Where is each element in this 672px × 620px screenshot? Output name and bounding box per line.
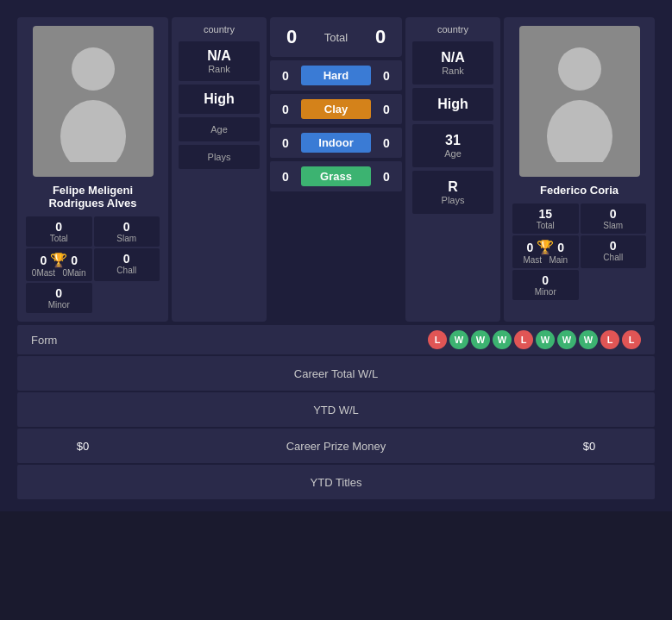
right-plays-label: Plays [442, 195, 465, 205]
left-mast-value: 0 [40, 254, 47, 267]
form-badges: L W W W L W W W L L [428, 330, 641, 349]
left-total-score: 0 [279, 26, 305, 48]
left-age-label: Age [210, 124, 228, 135]
right-mast-value: 0 [526, 241, 533, 254]
right-main-value: 0 [557, 241, 564, 254]
right-minor-value: 0 [514, 273, 577, 287]
right-total-cell: 15 Total [512, 204, 579, 234]
form-badge-2: W [471, 330, 490, 349]
ytd-titles-label: YTD Titles [31, 476, 641, 489]
left-country: country [204, 24, 235, 34]
left-minor-cell: 0 Minor [26, 283, 92, 313]
indoor-right-val: 0 [378, 136, 395, 150]
total-label: Total [313, 31, 359, 44]
right-age-label: Age [444, 148, 462, 159]
total-row: 0 Total 0 [270, 17, 402, 57]
right-player-stats: 15 Total 0 Slam 0 🏆 0 Mast Main [512, 204, 646, 300]
left-plays-block: Plays [179, 145, 260, 169]
right-minor-label: Minor [514, 287, 577, 297]
hard-btn[interactable]: Hard [301, 66, 371, 85]
left-mast-label: 0Mast 0Main [32, 268, 86, 278]
left-chall-value: 0 [96, 252, 159, 266]
left-total-cell: 0 Total [26, 216, 92, 247]
right-high-block: High [412, 88, 493, 121]
career-total-label: Career Total W/L [31, 367, 641, 380]
left-total-label: Total [28, 234, 91, 243]
right-player-name: Federico Coria [540, 184, 619, 197]
career-prize-row: $0 Career Prize Money $0 [17, 429, 655, 463]
ytd-titles-row: YTD Titles [17, 465, 655, 499]
left-chall-cell: 0 Chall [94, 248, 160, 281]
clay-row: 0 Clay 0 [270, 94, 402, 124]
clay-btn[interactable]: Clay [301, 99, 371, 119]
right-plays-block: R Plays [412, 171, 493, 214]
right-total-value: 15 [514, 207, 577, 221]
form-label: Form [31, 334, 57, 347]
left-main-value: 0 [71, 254, 78, 267]
right-chall-label: Chall [582, 253, 645, 262]
hard-right-val: 0 [378, 69, 395, 83]
svg-point-1 [60, 100, 126, 162]
right-total-label: Total [514, 221, 577, 230]
right-player-avatar [519, 26, 640, 177]
left-minor-value: 0 [28, 286, 91, 300]
left-chall-label: Chall [96, 266, 159, 275]
left-high-block: High [179, 85, 260, 114]
left-plays-label: Plays [208, 152, 231, 162]
indoor-left-val: 0 [277, 136, 294, 150]
left-player-card: Felipe Meligeni Rodrigues Alves 0 Total … [17, 17, 168, 322]
form-badge-6: W [557, 330, 576, 349]
bottom-section: Form L W W W L W W W L L Career Total W/… [9, 322, 663, 503]
right-middle-stats: country N/A Rank High 31 Age R Plays [405, 17, 500, 322]
hard-row: 0 Hard 0 [270, 60, 402, 91]
trophy-icon-left: 🏆 [50, 252, 67, 268]
indoor-row: 0 Indoor 0 [270, 128, 402, 158]
right-prize: $0 [537, 440, 641, 453]
right-minor-cell: 0 Minor [512, 270, 579, 300]
right-rank-label: Rank [442, 66, 464, 76]
left-total-value: 0 [28, 220, 91, 234]
right-chall-cell: 0 Chall [581, 235, 647, 268]
left-slam-cell: 0 Slam [94, 216, 160, 247]
right-chall-value: 0 [582, 239, 645, 253]
form-badge-3: W [493, 330, 512, 349]
surface-rows: 0 Hard 0 0 Clay 0 0 Indoor 0 [270, 60, 402, 191]
svg-point-2 [558, 47, 601, 91]
grass-btn[interactable]: Grass [301, 166, 371, 186]
right-age-value: 31 [445, 133, 461, 148]
right-total-score: 0 [367, 26, 393, 48]
left-high-value: High [204, 91, 235, 107]
indoor-btn[interactable]: Indoor [301, 133, 371, 153]
left-slam-label: Slam [96, 234, 159, 243]
form-row: Form L W W W L W W W L L [17, 325, 655, 354]
grass-left-val: 0 [277, 170, 294, 184]
left-mast-cell: 0 🏆 0 0Mast 0Main [26, 248, 92, 281]
left-player-avatar [33, 26, 154, 177]
career-total-row: Career Total W/L [17, 356, 655, 391]
form-badge-8: L [600, 330, 619, 349]
right-slam-value: 0 [582, 207, 645, 221]
left-player-stats: 0 Total 0 Slam 0 🏆 0 0Mast 0Main [26, 216, 160, 313]
left-rank-block: N/A Rank [179, 41, 260, 81]
clay-left-val: 0 [277, 103, 294, 116]
right-mast-label: Mast Main [523, 255, 568, 265]
left-player-name: Felipe Meligeni Rodrigues Alves [26, 184, 160, 210]
form-badge-0: L [428, 330, 447, 349]
right-plays-value: R [448, 179, 458, 195]
clay-right-val: 0 [378, 103, 395, 116]
svg-point-0 [72, 47, 115, 91]
form-badge-9: L [622, 330, 641, 349]
trophy-icon-right: 🏆 [537, 239, 554, 255]
right-high-value: High [437, 97, 468, 112]
right-rank-value: N/A [441, 50, 465, 66]
left-rank-value: N/A [207, 48, 231, 64]
form-badge-7: W [579, 330, 598, 349]
left-prize: $0 [31, 440, 135, 453]
left-slam-value: 0 [96, 220, 159, 234]
right-age-block: 31 Age [412, 124, 493, 167]
right-slam-label: Slam [582, 221, 645, 230]
right-country: country [437, 24, 468, 34]
left-middle-stats: country N/A Rank High Age Plays [172, 17, 267, 322]
center-comparison: 0 Total 0 0 Hard 0 0 Clay 0 [270, 17, 402, 322]
career-prize-label: Career Prize Money [135, 440, 537, 453]
